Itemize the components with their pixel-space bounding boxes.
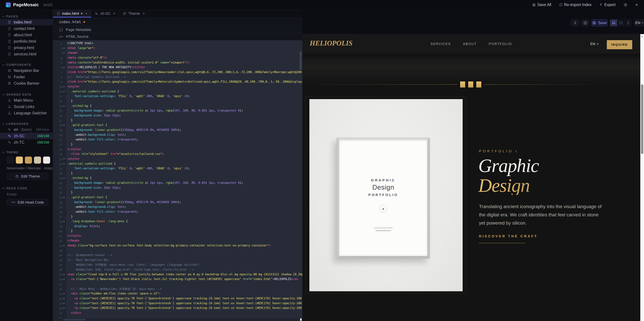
fold-arrow-icon[interactable] <box>63 48 65 49</box>
fold-arrow-icon[interactable] <box>63 163 65 164</box>
code-line[interactable]: } <box>68 143 302 146</box>
fold-arrow-icon[interactable] <box>63 197 65 198</box>
fold-arrow-icon[interactable] <box>63 86 65 88</box>
sidebar-item-language-switcher[interactable]: Language Switcher <box>0 110 53 116</box>
site-language-dropdown[interactable]: EN <box>590 34 598 54</box>
sidebar-item-services-html[interactable]: services.html <box>0 51 53 57</box>
code-line[interactable]: <div class="hidden md:flex items-center … <box>68 292 302 295</box>
inquire-button[interactable]: INQUIRE <box>607 40 632 49</box>
code-line[interactable]: <a class="text-[#E5E2E1] opacity-70 font… <box>68 297 302 300</box>
code-line[interactable]: .lang-dropdown:hover .lang-menu { <box>68 220 302 223</box>
sidebar-item-contact-html[interactable]: contact.html <box>0 25 53 32</box>
code-line[interactable]: <nav class="fixed top-0 w-full z-50 flex… <box>68 273 302 276</box>
fold-arrow-icon[interactable] <box>63 125 65 126</box>
code-line[interactable]: .gold-gradient-text { <box>68 123 302 127</box>
fold-arrow-icon[interactable] <box>63 91 65 92</box>
tab-zh-sc[interactable]: zh-SC× <box>91 10 119 17</box>
fold-arrow-icon[interactable] <box>63 67 65 68</box>
code-line[interactable]: WebBuilder 共享数据: main-menu (nav links), … <box>68 263 302 267</box>
editor-horizontal-scrollbar[interactable] <box>53 318 302 321</box>
code-line[interactable]: <meta content="width=device-width, initi… <box>68 61 302 64</box>
code-line[interactable]: .material-symbols-outlined { <box>68 162 302 165</box>
code-line[interactable]: background-image: radial-gradient(circle… <box>68 181 302 184</box>
code-line[interactable]: <link href="https://fonts.googleapis.com… <box>68 80 302 83</box>
fold-arrow-icon[interactable] <box>63 245 65 246</box>
html-source-row[interactable]: <> HTML Source <box>53 33 302 40</box>
save-all-button[interactable]: Save All <box>532 2 551 7</box>
tab-index-html[interactable]: index.html× <box>53 10 91 17</box>
code-line[interactable]: background-size: 32px 32px; <box>68 186 302 189</box>
edit-head-code-button[interactable]: <>Edit Head Code <box>7 199 48 206</box>
theme-swatch[interactable] <box>16 157 23 163</box>
reimport-index-button[interactable]: Re-import Index <box>559 2 592 7</box>
fold-arrow-icon[interactable] <box>63 298 65 299</box>
code-line[interactable]: <!-- Main Menu — WebBuilder 共享数据 ID: mai… <box>68 287 302 291</box>
code-line[interactable]: display: block; <box>68 224 302 228</box>
viewport-tablet[interactable] <box>617 19 624 26</box>
theme-swatch[interactable] <box>7 157 14 163</box>
fold-arrow-icon[interactable] <box>63 308 65 309</box>
code-line[interactable]: -webkit-background-clip: text; <box>68 205 302 208</box>
code-line[interactable]: <!-- Main Navigation Bar <box>68 258 302 262</box>
site-nav-link-about[interactable]: ABOUT <box>463 42 476 46</box>
code-line[interactable]: <link rel="stylesheet" href="assets/css/… <box>68 152 302 156</box>
code-line[interactable]: background-size: 32px 32px; <box>68 114 302 117</box>
preview-language-dropdown[interactable]: EN <box>634 19 644 26</box>
section-header-components[interactable]: COMPONENTS <box>0 62 53 67</box>
code-line[interactable]: WebBuilder 字段: field:logo_href, field:lo… <box>68 268 302 272</box>
site-logo[interactable]: HELIOPOLIS <box>310 39 352 47</box>
code-off-button[interactable] <box>571 19 579 26</box>
fold-arrow-icon[interactable] <box>63 274 65 275</box>
close-icon[interactable]: × <box>85 11 87 16</box>
add-block-button[interactable] <box>581 19 589 26</box>
code-line[interactable]: } <box>68 119 302 122</box>
code-line[interactable]: } <box>68 99 302 103</box>
edit-theme-button[interactable]: Edit Theme <box>7 173 48 180</box>
sidebar-item-zh-sc[interactable]: zh-SC168/168 <box>0 133 53 139</box>
code-line[interactable]: <link href="https://fonts.googleapis.com… <box>68 70 302 74</box>
settings-gear-icon[interactable] <box>623 3 628 7</box>
section-header-shared-data[interactable]: SHARED DATA <box>0 92 53 97</box>
code-line[interactable]: } <box>68 229 302 233</box>
preview-scrollbar[interactable] <box>640 34 644 321</box>
site-nav-link-services[interactable]: SERVICES <box>430 42 451 46</box>
page-metadata-row[interactable]: {} Page Metadata <box>53 26 302 33</box>
code-line[interactable]: -webkit-text-fill-color: transparent; <box>68 210 302 213</box>
code-line[interactable]: <title>HELIOPOLIS | THE NEW ANTIQUITY</t… <box>68 65 302 69</box>
code-line[interactable]: <!-- @component:navbar --> <box>68 253 302 257</box>
preview-scrollbar-thumb[interactable] <box>641 84 643 154</box>
close-icon[interactable]: × <box>143 11 145 16</box>
code-line[interactable]: background: linear-gradient(135deg, #E9C… <box>68 200 302 204</box>
fold-arrow-icon[interactable] <box>63 293 65 295</box>
section-header-pages[interactable]: PAGES <box>0 14 53 19</box>
code-line[interactable]: <a class="font-['Newsreader'] font-black… <box>68 277 302 281</box>
theme-swatch[interactable] <box>25 157 32 163</box>
sidebar-item-en[interactable]: en(base)168 keys <box>0 126 53 133</box>
close-icon[interactable]: × <box>113 11 116 16</box>
editor-hscroll-thumb[interactable] <box>63 319 86 321</box>
code-line[interactable]: background: linear-gradient(135deg, #E9C… <box>68 128 302 132</box>
code-line[interactable]: .material-symbols-outlined { <box>68 90 302 93</box>
sidebar-item-navigation-bar[interactable]: Navigation Bar <box>0 67 53 74</box>
sidebar-item-portfolio-html[interactable]: portfolio.html <box>0 38 53 44</box>
sidebar-item-index-html[interactable]: index.html <box>0 19 53 25</box>
code-line[interactable]: </div> <box>68 311 302 315</box>
code-line[interactable]: <html lang="en"> <box>68 46 302 50</box>
fold-arrow-icon[interactable] <box>63 279 65 280</box>
sidebar-item-main-menu[interactable]: Main Menu <box>0 97 53 104</box>
code-line[interactable]: .gold-gradient-text { <box>68 195 302 199</box>
code-line[interactable]: -webkit-background-clip: text; <box>68 133 302 136</box>
fold-arrow-icon[interactable] <box>63 303 65 304</box>
code-line[interactable]: <style> <box>68 157 302 160</box>
code-line[interactable]: <body class="bg-surface text-on-surface … <box>68 244 302 247</box>
code-line[interactable]: <!-- Material Symbols Outlined --> <box>68 75 302 79</box>
close-icon[interactable]: × <box>636 2 638 7</box>
code-line[interactable]: </style> <box>68 234 302 237</box>
theme-swatch[interactable] <box>43 157 50 163</box>
code-line[interactable]: <meta charset="utf-8"/> <box>68 56 302 59</box>
code-line[interactable]: </head> <box>68 239 302 242</box>
code-line[interactable]: background-image: radial-gradient(circle… <box>68 109 302 112</box>
code-line[interactable]: .etched-bg { <box>68 176 302 179</box>
section-header-head-code[interactable]: HEAD CODE <box>0 186 53 191</box>
code-line[interactable]: <a class="text-[#E5E2E1] opacity-70 font… <box>68 302 302 305</box>
